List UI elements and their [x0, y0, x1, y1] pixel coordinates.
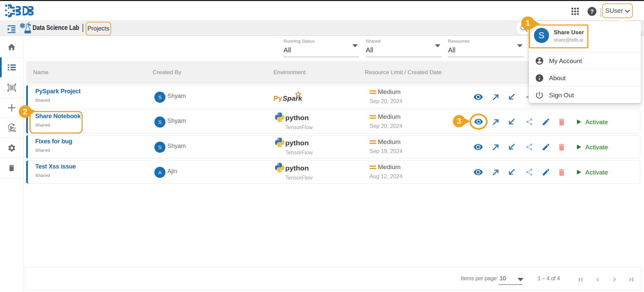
svg-text:2: 2 [23, 107, 28, 116]
svg-text:1: 1 [526, 18, 530, 28]
svg-text:?: ? [590, 8, 594, 15]
svg-text:3: 3 [457, 117, 461, 126]
